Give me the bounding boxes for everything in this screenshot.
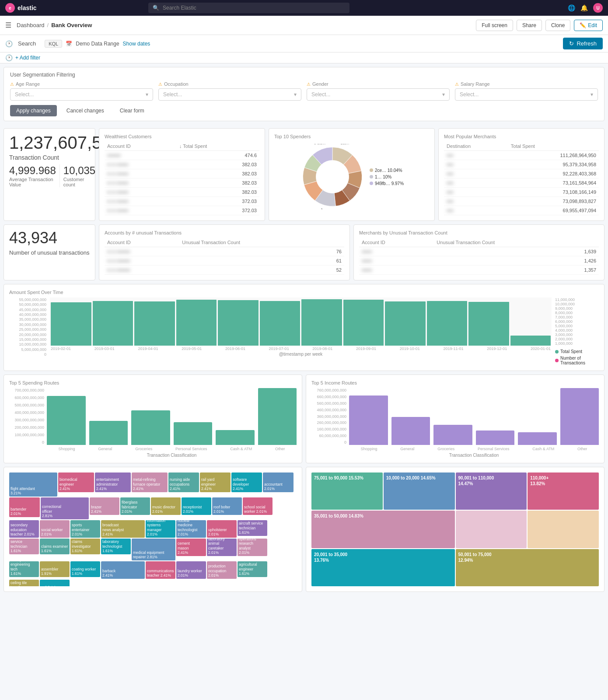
- merchant-spent: 95,379,334,958: [508, 160, 599, 169]
- hamburger-menu[interactable]: ☰: [5, 21, 11, 29]
- breadcrumb-dashboard[interactable]: Dashboard: [17, 22, 45, 28]
- acct-unusual-col-id[interactable]: Account ID: [105, 238, 179, 247]
- row-bottom: flight attendant 3.21%biomedical enginee…: [3, 467, 605, 592]
- legend-item: 949fb… 9.97%: [370, 181, 404, 186]
- accounts-unusual-card: Accounts by # unusual Transactions Accou…: [99, 224, 350, 280]
- avg-transaction-item: 4,999.968 Average Transaction Value: [9, 164, 60, 187]
- merchants-col-dest[interactable]: Destination: [444, 142, 508, 151]
- breadcrumb-current: Bank Overview: [51, 22, 92, 28]
- treemap-cell: ceiling tile installer 1.61%: [9, 580, 39, 586]
- treemap-cell-label: roof bolter 2.01%: [213, 505, 241, 514]
- cancel-changes-button[interactable]: Cancel changes: [60, 105, 110, 116]
- legend-dot-transactions: [555, 359, 559, 362]
- spending-label: Groceries: [135, 447, 152, 451]
- treemap-cell: information systems manager 2.01%: [146, 520, 175, 538]
- treemap-cell-label: broadcast news analyst 2.41%: [102, 523, 143, 536]
- merchants-unusual-table: Account ID Unusual Transaction Count •••…: [359, 238, 599, 275]
- apply-changes-button[interactable]: Apply changes: [10, 105, 57, 116]
- merchants-unusual-card: Merchants by Unusual Transaction Count A…: [353, 224, 605, 280]
- spending-label: Personal Services: [175, 447, 207, 451]
- globe-icon[interactable]: 🌐: [568, 4, 575, 11]
- legend-item: 1… 10%: [370, 175, 404, 179]
- clear-form-button[interactable]: Clear form: [114, 105, 150, 116]
- treemap-cell: coating worker 1.61%: [70, 561, 100, 577]
- salary-treemap-cell: [456, 511, 527, 548]
- treemap-cell: broadcast news analyst 2.41%: [101, 520, 145, 538]
- treemap-cell-label: entertainment administrator 2.41%: [96, 477, 129, 491]
- table-row: •••••• 1,426: [359, 256, 599, 266]
- acct-unusual-col-count[interactable]: Unusual Transaction Count: [179, 238, 344, 247]
- customer-count-label: Customer count: [63, 177, 95, 187]
- table-row: •• •• •••••••382.03: [105, 169, 259, 178]
- refresh-button[interactable]: ↻ Refresh: [563, 38, 603, 49]
- treemap-cell: agricultural engineer 1.61%: [238, 561, 267, 577]
- income-routes-title: Top 5 Income Routes: [311, 380, 599, 385]
- time-picker[interactable]: Demo Data Range: [76, 41, 119, 47]
- search-bar-container[interactable]: 🔍: [148, 3, 349, 13]
- share-button[interactable]: Share: [517, 20, 542, 31]
- salary-treemap-cell: 90,001 to 110,000 14.47%: [456, 472, 527, 510]
- table-row: •• •• •••••••• 52: [105, 266, 344, 275]
- occupation-treemap: flight attendant 3.21%biomedical enginee…: [9, 472, 297, 586]
- treemap-cell-label: operations research analyst 2.01%: [239, 539, 266, 555]
- merch-unusual-col-id[interactable]: Account ID: [359, 238, 434, 247]
- occupation-select[interactable]: Select... ▾: [158, 88, 301, 101]
- search-filter[interactable]: Search: [18, 40, 36, 47]
- acct-unusual-id-1: •• •• ••••••••: [105, 247, 179, 256]
- merch-unusual-col-count[interactable]: Unusual Transaction Count: [434, 238, 599, 247]
- edit-button[interactable]: ✏️ Edit: [574, 20, 603, 31]
- spending-bar: [89, 421, 128, 445]
- fullscreen-button[interactable]: Full screen: [476, 20, 513, 31]
- gender-select[interactable]: Select... ▾: [307, 88, 450, 101]
- treemap-cell: biomedical engineer 2.41%: [58, 472, 94, 492]
- refresh-icon: ↻: [569, 40, 574, 47]
- salary-range-select[interactable]: Select... ▾: [455, 88, 598, 101]
- table-row: •• •• •••••••382.03: [105, 188, 259, 197]
- clone-button[interactable]: Clone: [545, 20, 570, 31]
- age-range-select[interactable]: Select... ▾: [10, 88, 153, 101]
- time-bar: [343, 300, 384, 346]
- merchants-col-spent[interactable]: Total Spent: [508, 142, 599, 151]
- dashboard-main: 1,237,607,500 Transaction Count 4,999.96…: [0, 125, 608, 595]
- salary-cell-label: 35,001 to 50,000 14.83%: [314, 513, 363, 519]
- user-avatar[interactable]: U: [593, 3, 603, 13]
- treemap-cell-label: coating worker 1.61%: [72, 567, 99, 576]
- bell-icon[interactable]: 🔔: [580, 4, 588, 11]
- wealthiest-col-spent[interactable]: ↓ Total Spent: [177, 142, 259, 151]
- treemap-cell: operations research analyst 2.01%: [238, 539, 267, 556]
- filter-bar: 🕐 Search KQL 📅 Demo Data Range Show date…: [0, 35, 608, 52]
- merchant-dest: ••••: [444, 178, 508, 188]
- treemap-cell-label: clinical laboratory technologist 1.61%: [102, 539, 129, 553]
- treemap-cell: brazer 2.41%: [90, 497, 119, 515]
- age-range-label: ⚠ Age Range: [10, 81, 153, 87]
- spending-bar: [258, 388, 297, 445]
- treemap-cell: coil finisher 1.51%: [40, 580, 70, 586]
- sort-icon: ↓: [179, 144, 182, 149]
- add-filter-button[interactable]: + Add filter: [15, 55, 40, 61]
- treemap-cell: medical equipment repairer 2.81%: [132, 539, 175, 560]
- spending-routes-title: Top 5 Spending Routes: [9, 380, 297, 385]
- wealthiest-customers-table: Account ID ↓ Total Spent ••••••••474.6••…: [105, 142, 259, 215]
- time-bar: [51, 302, 91, 346]
- kql-badge[interactable]: KQL: [45, 40, 62, 48]
- merchant-spent: 92,228,403,368: [508, 169, 599, 178]
- salary-treemap-card: 75,001 to 90,000 15.53%10,000 to 20,000 …: [306, 467, 605, 592]
- income-x-labels: ShoppingGeneralGroceriesPersonal Service…: [349, 447, 599, 451]
- salary-treemap-cell: 10,000 to 20,000 14.65%: [384, 472, 455, 510]
- x-axis-label: @timestamp per week: [50, 352, 552, 357]
- time-bar: [427, 301, 468, 346]
- time-bar: [510, 336, 551, 346]
- clock-icon: 🕐: [5, 40, 13, 47]
- treemap-cell-label: software developer 2.41%: [233, 477, 261, 491]
- salary-treemap-cell: 35,001 to 50,000 14.83%: [311, 511, 455, 548]
- search-input[interactable]: [163, 5, 345, 11]
- show-dates-button[interactable]: Show dates: [123, 41, 150, 47]
- avg-transaction-label: Average Transaction Value: [9, 177, 56, 187]
- income-routes-card: Top 5 Income Routes 760,000,000,000 660,…: [306, 374, 605, 463]
- income-label: General: [400, 447, 414, 451]
- wealthiest-col-account[interactable]: Account ID: [105, 142, 177, 151]
- legend-item: 2ce… 10.04%: [370, 168, 404, 173]
- elastic-logo[interactable]: e elastic: [5, 3, 37, 13]
- warn-icon-age: ⚠: [10, 82, 14, 87]
- breadcrumb: Dashboard / Bank Overview: [17, 22, 92, 28]
